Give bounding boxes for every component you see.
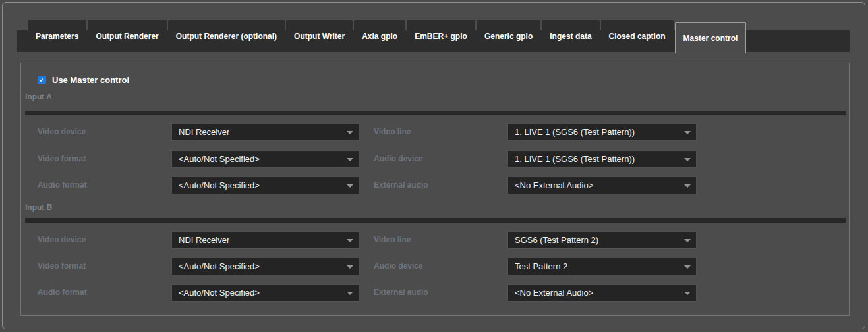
use-master-control-label: Use Master control [52, 75, 129, 85]
tab-output-renderer[interactable]: Output Renderer [88, 20, 166, 52]
field-label-external-audio-a: External audio [374, 177, 428, 194]
field-label-audio-device-b: Audio device [374, 258, 423, 275]
video-line-b-dropdown[interactable]: SGS6 (Test Pattern 2) [507, 231, 697, 249]
field-label-video-format-b: Video format [38, 258, 86, 275]
tab-bar: Parameters Output Renderer Output Render… [28, 20, 747, 53]
section-divider-b [25, 218, 846, 223]
field-label-video-line-a: Video line [374, 123, 411, 141]
dropdown-value: NDI Receiver [179, 235, 229, 245]
tab-ingest-data[interactable]: Ingest data [542, 20, 599, 52]
tab-generic-gpio[interactable]: Generic gpio [477, 20, 540, 52]
tab-axia-gpio[interactable]: Axia gpio [354, 20, 405, 52]
external-audio-a-dropdown[interactable]: <No External Audio> [507, 177, 697, 194]
dropdown-value: <Auto/Not Specified> [179, 180, 260, 190]
field-label-audio-format-a: Audio format [38, 177, 87, 194]
check-icon: ✓ [39, 76, 45, 84]
dropdown-value: 1. LIVE 1 (SGS6 (Test Pattern)) [515, 127, 635, 137]
field-label-audio-format-b: Audio format [38, 284, 87, 302]
dropdown-value: <Auto/Not Specified> [179, 288, 260, 298]
chevron-down-icon [684, 239, 691, 242]
dropdown-value: <No External Audio> [515, 288, 593, 298]
audio-device-b-dropdown[interactable]: Test Pattern 2 [507, 258, 697, 275]
audio-device-a-dropdown[interactable]: 1. LIVE 1 (SGS6 (Test Pattern)) [507, 150, 697, 168]
section-divider-a [25, 111, 846, 115]
tab-output-writer[interactable]: Output Writer [286, 20, 353, 52]
field-label-external-audio-b: External audio [374, 284, 428, 302]
chevron-down-icon [347, 239, 353, 242]
chevron-down-icon [684, 131, 691, 134]
dropdown-value: <No External Audio> [515, 180, 593, 190]
row-a-audio-format-external-audio: Audio format <Auto/Not Specified> Extern… [38, 177, 850, 194]
dropdown-value: NDI Receiver [179, 127, 229, 137]
row-b-audio-format-external-audio: Audio format <Auto/Not Specified> Extern… [38, 284, 850, 302]
chevron-down-icon [347, 292, 353, 295]
dropdown-value: <Auto/Not Specified> [179, 154, 260, 164]
use-master-control-checkbox[interactable]: ✓ [38, 76, 46, 84]
chevron-down-icon [347, 131, 353, 134]
field-label-video-line-b: Video line [374, 231, 411, 249]
audio-format-a-dropdown[interactable]: <Auto/Not Specified> [171, 177, 359, 194]
dropdown-value: 1. LIVE 1 (SGS6 (Test Pattern)) [515, 154, 635, 164]
master-control-panel: ✓ Use Master control Input A Video devic… [20, 63, 850, 316]
video-format-a-dropdown[interactable]: <Auto/Not Specified> [171, 150, 359, 168]
chevron-down-icon [347, 265, 353, 269]
use-master-control-row: ✓ Use Master control [38, 74, 129, 86]
external-audio-b-dropdown[interactable]: <No External Audio> [507, 284, 697, 302]
chevron-down-icon [347, 158, 353, 161]
chevron-down-icon [684, 158, 691, 161]
row-b-video-format-audio-device: Video format <Auto/Not Specified> Audio … [38, 258, 850, 275]
tab-output-renderer-optional[interactable]: Output Renderer (optional) [168, 20, 285, 52]
video-line-a-dropdown[interactable]: 1. LIVE 1 (SGS6 (Test Pattern)) [507, 123, 697, 141]
chevron-down-icon [684, 265, 691, 269]
window: Parameters Output Renderer Output Render… [2, 2, 865, 329]
video-device-b-dropdown[interactable]: NDI Receiver [171, 231, 359, 249]
video-device-a-dropdown[interactable]: NDI Receiver [171, 123, 359, 141]
field-label-audio-device-a: Audio device [374, 150, 423, 168]
dropdown-value: <Auto/Not Specified> [179, 262, 260, 271]
tab-parameters[interactable]: Parameters [28, 20, 86, 52]
section-title-input-a: Input A [25, 92, 52, 101]
dropdown-value: SGS6 (Test Pattern 2) [515, 235, 598, 245]
tab-ember-gpio[interactable]: EmBER+ gpio [407, 20, 475, 52]
chevron-down-icon [347, 184, 353, 188]
dropdown-value: Test Pattern 2 [515, 262, 567, 271]
video-format-b-dropdown[interactable]: <Auto/Not Specified> [171, 258, 359, 275]
tab-master-control[interactable]: Master control [675, 22, 747, 53]
row-a-video-device-line: Video device NDI Receiver Video line 1. … [38, 123, 850, 141]
tab-closed-caption[interactable]: Closed caption [601, 20, 674, 52]
chevron-down-icon [684, 292, 691, 295]
row-b-video-device-line: Video device NDI Receiver Video line SGS… [38, 231, 850, 249]
chevron-down-icon [684, 184, 691, 188]
field-label-video-device-b: Video device [38, 231, 86, 249]
field-label-video-device-a: Video device [38, 123, 86, 141]
audio-format-b-dropdown[interactable]: <Auto/Not Specified> [171, 284, 359, 302]
field-label-video-format-a: Video format [38, 150, 86, 168]
row-a-video-format-audio-device: Video format <Auto/Not Specified> Audio … [38, 150, 850, 168]
section-title-input-b: Input B [25, 203, 52, 212]
